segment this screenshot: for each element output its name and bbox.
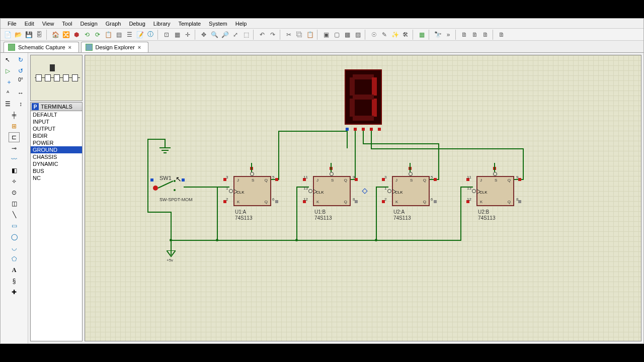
menu-view[interactable]: View (38, 20, 58, 28)
ic-u2b[interactable]: J S Q CLK K Q (476, 176, 514, 206)
find-next-icon[interactable]: » (443, 30, 453, 40)
wizard-icon[interactable]: ✨ (390, 30, 400, 40)
new-file-icon[interactable]: 📄 (3, 30, 13, 40)
terminal-tool-icon[interactable]: ⊏ (9, 132, 20, 142)
menu-system[interactable]: System (205, 20, 231, 28)
close-tab-icon[interactable]: × (68, 44, 74, 50)
graph-tool-icon[interactable]: 〰 (9, 154, 20, 164)
terminal-item-power[interactable]: POWER (31, 139, 82, 146)
plus-tool-icon[interactable]: ✚ (9, 287, 20, 297)
save-icon[interactable]: 💾 (24, 30, 34, 40)
tab-schematic-capture[interactable]: Schematic Capture × (4, 42, 79, 52)
rotate-cw-icon[interactable]: ↻ (15, 55, 26, 65)
menu-tool[interactable]: Tool (58, 20, 76, 28)
terminal-item-input[interactable]: INPUT (31, 118, 82, 125)
menu-library[interactable]: Library (149, 20, 175, 28)
pick-tool-icon[interactable]: ☉ (369, 30, 379, 40)
terminal-item-bidir[interactable]: BIDIR (31, 132, 82, 139)
terminal-item-chassis[interactable]: CHASSIS (31, 153, 82, 160)
layers-icon[interactable]: ▤ (114, 30, 124, 40)
export-icon[interactable]: 🗎 (497, 30, 507, 40)
probe-tool-icon[interactable]: ⊙ (9, 188, 20, 198)
terminals-list[interactable]: DEFAULT INPUT OUTPUT BIDIR POWER GROUND … (30, 111, 83, 341)
save-all-icon[interactable]: 🗄 (34, 30, 44, 40)
menu-design[interactable]: Design (76, 20, 102, 28)
device-pin-icon[interactable]: ⊸ (9, 143, 20, 153)
terminal-item-ground[interactable]: GROUND (31, 146, 82, 153)
paste-icon[interactable]: 📋 (305, 30, 315, 40)
undo-icon[interactable]: ↶ (257, 30, 267, 40)
zoom-region-icon[interactable]: ⬚ (241, 30, 251, 40)
pan-center-icon[interactable]: ✥ (199, 30, 209, 40)
mirror-v-icon[interactable]: ↕ (15, 99, 26, 109)
menu-template[interactable]: Template (174, 20, 205, 28)
menu-debug[interactable]: Debug (125, 20, 149, 28)
rotate-ccw-icon[interactable]: ↺ (15, 66, 26, 76)
copy-icon[interactable]: ⿻ (294, 30, 304, 40)
nav-back-icon[interactable]: ⟲ (82, 30, 92, 40)
list-icon[interactable]: ☰ (124, 30, 134, 40)
group-icon[interactable]: ▩ (342, 30, 352, 40)
toggle-grid-icon[interactable]: ▦ (172, 30, 182, 40)
arc-tool-icon[interactable]: ◡ (9, 243, 20, 253)
terminal-item-nc[interactable]: NC (31, 174, 82, 182)
source-control-icon[interactable]: 🔀 (61, 30, 71, 40)
help-icon[interactable]: ⓘ (145, 30, 155, 40)
instrument-tool-icon[interactable]: ◫ (9, 199, 20, 209)
doc-a-icon[interactable]: 🗎 (459, 30, 469, 40)
origin-icon[interactable]: ✛ (183, 30, 193, 40)
generator-tool-icon[interactable]: ✧ (9, 176, 20, 187)
switch-symbol-icon[interactable] (150, 179, 182, 194)
menu-edit[interactable]: Edit (21, 20, 38, 28)
open-file-icon[interactable]: 📂 (13, 30, 23, 40)
report-icon[interactable]: 📋 (103, 30, 113, 40)
zoom-fit-icon[interactable]: ⤢ (230, 30, 240, 40)
ic-u1a[interactable]: J S Q CLK K Q (233, 176, 271, 206)
trace-tool-icon[interactable]: ✎ (379, 30, 389, 40)
doc-b-icon[interactable]: 🗎 (470, 30, 480, 40)
terminal-item-output[interactable]: OUTPUT (31, 125, 82, 132)
subcircuit-tool-icon[interactable]: ⊞ (9, 121, 20, 131)
pointer-tool-icon[interactable]: ↖ (2, 55, 13, 65)
notes-icon[interactable]: 📝 (135, 30, 145, 40)
line-tool-icon[interactable]: ╲ (9, 210, 20, 220)
symbol-tool-icon[interactable]: § (9, 276, 20, 286)
seven-segment-display[interactable] (345, 69, 382, 125)
menu-graph[interactable]: Graph (102, 20, 125, 28)
schematic-preview[interactable] (30, 55, 83, 101)
terminal-item-dynamic[interactable]: DYNAMIC (31, 160, 82, 167)
doc-c-icon[interactable]: 🗎 (480, 30, 491, 40)
pcb-layout-icon[interactable]: ▦ (417, 30, 427, 40)
close-tab-icon[interactable]: × (138, 44, 144, 50)
send-back-icon[interactable]: ▢ (332, 30, 342, 40)
schematic-canvas[interactable]: SW1 SW-SPDT-MOM ↖ +5v (85, 55, 641, 341)
zoom-out-icon[interactable]: 🔎 (220, 30, 230, 40)
ungroup-icon[interactable]: ▨ (353, 30, 363, 40)
tab-design-explorer[interactable]: Design Explorer × (81, 42, 148, 52)
menu-file[interactable]: File (4, 20, 21, 28)
polygon-tool-icon[interactable]: ⬠ (9, 254, 20, 264)
bring-front-icon[interactable]: ▣ (321, 30, 331, 40)
circle-tool-icon[interactable]: ◯ (9, 232, 20, 242)
tape-tool-icon[interactable]: ◧ (9, 165, 20, 175)
home-icon[interactable]: 🏠 (50, 30, 60, 40)
text-tool-icon[interactable]: ☰ (2, 99, 13, 109)
binoculars-icon[interactable]: 🔭 (433, 30, 443, 40)
bus-tool-icon[interactable]: ╪ (9, 110, 20, 120)
package-icon[interactable]: ⬢ (71, 30, 82, 40)
toggle-grid-dots-icon[interactable]: ⊡ (162, 30, 172, 40)
nav-forward-icon[interactable]: ⟳ (93, 30, 103, 40)
label-tool-icon[interactable]: ᴬ (2, 88, 13, 98)
add-wire-icon[interactable]: ＋ (4, 77, 15, 87)
zoom-in-icon[interactable]: 🔍 (209, 30, 219, 40)
rect-tool-icon[interactable]: ▭ (9, 221, 20, 231)
selection-tool-icon[interactable]: ▷ (2, 66, 13, 76)
cut-icon[interactable]: ✂ (284, 30, 294, 40)
terminal-item-default[interactable]: DEFAULT (31, 111, 82, 118)
terminal-item-bus[interactable]: BUS (31, 167, 82, 174)
annotation-text-icon[interactable]: A (9, 265, 20, 275)
ic-u2a[interactable]: J S Q CLK K Q (392, 176, 430, 206)
pick-device-icon[interactable]: P (32, 103, 39, 110)
mirror-h-icon[interactable]: ↔ (15, 88, 26, 98)
redo-icon[interactable]: ↷ (268, 30, 278, 40)
